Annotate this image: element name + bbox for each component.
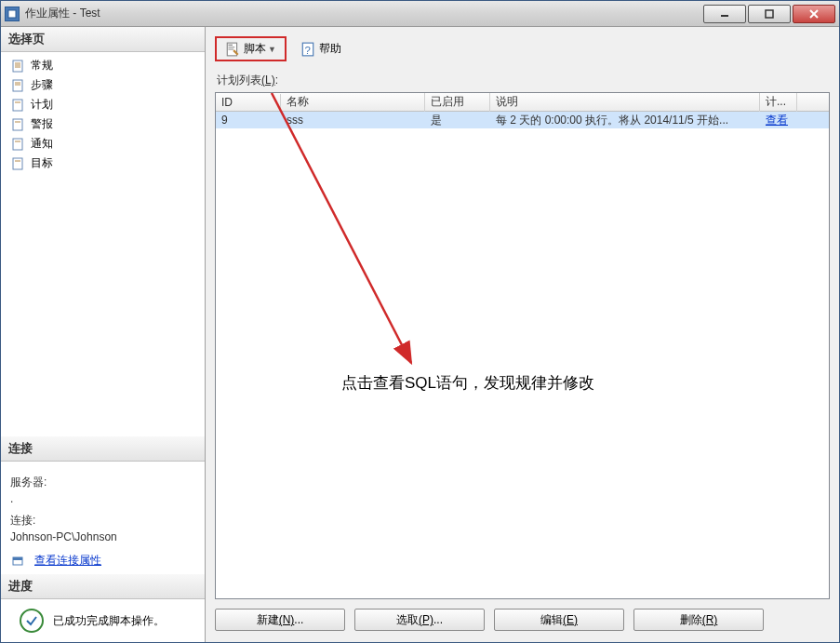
page-icon [10, 137, 25, 152]
connection-section: 服务器: . 连接: Johnson-PC\Johnson 查看连接属性 [1, 462, 205, 574]
page-icon [10, 117, 25, 132]
svg-rect-9 [13, 80, 22, 91]
pick-button[interactable]: 选取(P)... [354, 609, 485, 631]
help-label: 帮助 [319, 41, 341, 57]
view-link[interactable]: 查看 [766, 114, 788, 127]
progress-text: 已成功完成脚本操作。 [53, 613, 165, 629]
progress-header: 进度 [1, 574, 205, 599]
minimize-button[interactable] [703, 5, 746, 23]
page-icon [10, 156, 25, 171]
view-connection-properties-link[interactable]: 查看连接属性 [34, 553, 101, 569]
chevron-down-icon: ▼ [268, 45, 276, 54]
content-area: 选择页 常规 步骤 计划 警报 [1, 27, 839, 642]
schedule-grid[interactable]: ID 名称 已启用 说明 计... 9 sss 是 每 2 天的 0:00:00… [215, 92, 830, 599]
server-value: . [10, 492, 195, 505]
sidebar: 选择页 常规 步骤 计划 警报 [1, 27, 206, 642]
cell-id: 9 [216, 113, 281, 127]
script-button-highlight: 脚本 ▼ [215, 36, 287, 61]
server-label: 服务器: [10, 475, 195, 490]
nav-label: 常规 [31, 58, 53, 74]
nav-item-schedules[interactable]: 计划 [1, 95, 205, 114]
nav-item-alerts[interactable]: 警报 [1, 114, 205, 134]
grid-header: ID 名称 已启用 说明 计... [216, 93, 829, 112]
nav-item-targets[interactable]: 目标 [1, 154, 205, 173]
edit-button[interactable]: 编辑(E) [494, 609, 624, 631]
sidebar-spacer [1, 177, 205, 436]
col-header-enabled[interactable]: 已启用 [425, 92, 490, 112]
cell-name: sss [281, 113, 425, 127]
success-check-icon [20, 609, 44, 633]
svg-rect-14 [13, 119, 22, 130]
svg-rect-16 [13, 139, 22, 150]
connection-value: Johnson-PC\Johnson [10, 530, 195, 543]
cell-view: 查看 [760, 112, 797, 129]
delete-button[interactable]: 删除(R) [633, 609, 764, 631]
page-icon [10, 78, 25, 93]
help-button[interactable]: ? 帮助 [294, 38, 348, 60]
svg-rect-2 [766, 10, 773, 18]
nav-label: 步骤 [31, 77, 53, 93]
svg-rect-5 [13, 60, 22, 72]
svg-rect-18 [13, 158, 22, 169]
nav-item-steps[interactable]: 步骤 [1, 75, 205, 95]
window-controls [703, 5, 835, 23]
main-panel: 脚本 ▼ ? 帮助 计划列表(L): ID 名称 已启用 说明 计 [206, 27, 839, 642]
page-nav-list: 常规 步骤 计划 警报 通知 [1, 52, 205, 177]
new-button[interactable]: 新建(N)... [215, 609, 345, 631]
nav-item-notifications[interactable]: 通知 [1, 134, 205, 154]
titlebar: 作业属性 - Test [1, 1, 839, 27]
col-header-id[interactable]: ID [216, 94, 281, 111]
connection-header: 连接 [1, 436, 205, 462]
nav-item-general[interactable]: 常规 [1, 56, 205, 75]
nav-label: 警报 [31, 116, 53, 132]
script-label: 脚本 [244, 41, 266, 57]
col-header-plan[interactable]: 计... [760, 92, 797, 112]
maximize-button[interactable] [748, 5, 791, 23]
nav-label: 目标 [31, 155, 53, 171]
svg-text:?: ? [304, 44, 310, 55]
grid-row[interactable]: 9 sss 是 每 2 天的 0:00:00 执行。将从 2014/11/5 开… [216, 112, 829, 128]
script-button[interactable]: 脚本 ▼ [219, 38, 283, 60]
annotation-arrow [216, 93, 830, 558]
page-icon [10, 59, 25, 74]
properties-icon [10, 554, 25, 569]
col-header-name[interactable]: 名称 [281, 92, 425, 112]
svg-line-26 [272, 93, 411, 363]
window-title: 作业属性 - Test [25, 6, 703, 21]
toolbar: 脚本 ▼ ? 帮助 [215, 34, 830, 69]
col-header-desc[interactable]: 说明 [490, 92, 760, 112]
connection-label: 连接: [10, 513, 195, 529]
page-icon [10, 98, 25, 113]
help-icon: ? [300, 42, 315, 57]
script-icon [225, 42, 240, 57]
nav-label: 计划 [31, 97, 53, 113]
cell-desc: 每 2 天的 0:00:00 执行。将从 2014/11/5 开始... [490, 112, 760, 129]
nav-label: 通知 [31, 136, 53, 152]
svg-rect-0 [8, 10, 16, 18]
progress-section: 已成功完成脚本操作。 [1, 599, 205, 642]
cell-enabled: 是 [425, 112, 490, 129]
job-properties-window: 作业属性 - Test 选择页 常规 步骤 [0, 0, 840, 643]
button-row: 新建(N)... 选取(P)... 编辑(E) 删除(R) [215, 599, 830, 635]
svg-rect-21 [13, 557, 22, 560]
annotation-text: 点击查看SQL语句，发现规律并修改 [341, 372, 594, 394]
select-page-header: 选择页 [1, 27, 205, 52]
app-icon [5, 7, 20, 21]
schedule-list-label: 计划列表(L): [217, 73, 830, 88]
close-button[interactable] [793, 5, 835, 23]
svg-rect-12 [13, 100, 22, 111]
